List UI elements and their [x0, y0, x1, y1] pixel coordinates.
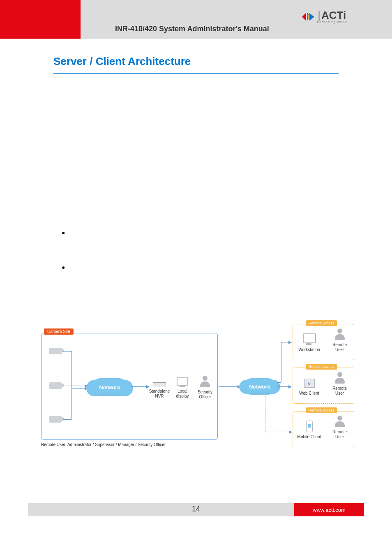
standalone-nvr-icon: Standalone NVR: [149, 382, 170, 399]
mobile-client-icon: Mobile Client: [297, 421, 322, 439]
remote-user-label: Remote User: [330, 430, 350, 439]
bullet-dot-icon: ●: [62, 264, 65, 270]
svg-marker-0: [302, 13, 306, 21]
remote-access-badge: Remote Access: [306, 407, 337, 413]
brand-logo: |ACTi Connecting Vision: [302, 10, 347, 24]
page-content: Server / Client Architecture ● ●: [0, 39, 392, 270]
network-cloud-icon: Network: [91, 378, 128, 396]
camera-site-badge: Camera Site: [44, 328, 74, 335]
remote-access-box: Remote Access Workstation Remote User: [293, 324, 354, 360]
logo-divider: |: [318, 9, 321, 21]
svg-marker-3: [309, 13, 314, 21]
header-red-block: [0, 0, 81, 39]
security-officer-label: Security Officer: [196, 390, 214, 400]
diagram-caption: Remote User: Administrator / Supervisor …: [41, 442, 166, 447]
bullet-item: ●: [62, 264, 339, 270]
remote-access-badge: Remote Access: [306, 320, 337, 326]
logo-mark-icon: [302, 12, 314, 22]
security-officer-icon: Security Officer: [196, 376, 214, 400]
network-cloud-icon: Network: [243, 378, 276, 395]
page-header: INR-410/420 System Administrator's Manua…: [0, 0, 392, 39]
footer-url: www.acti.com: [294, 503, 364, 516]
camera-icon: [49, 416, 62, 423]
manual-title: INR-410/420 System Administrator's Manua…: [115, 25, 269, 33]
local-display-icon: Local display: [171, 377, 194, 399]
remote-access-box: Remote Access e Web Client Remote User: [293, 368, 354, 404]
logo-text: ACTi: [321, 9, 346, 21]
section-heading: Server / Client Architecture: [53, 55, 339, 68]
network-label: Network: [249, 384, 270, 390]
web-client-icon: e Web Client: [297, 379, 322, 396]
remote-user-icon: Remote User: [330, 416, 350, 439]
ie-icon: e: [304, 379, 315, 388]
network-label: Network: [99, 384, 120, 391]
workstation-label: Workstation: [297, 347, 322, 352]
camera-icon: [49, 382, 62, 389]
remote-user-icon: Remote User: [330, 328, 350, 352]
camera-icon: [49, 348, 62, 354]
remote-access-box: Remote Access Mobile Client Remote User: [293, 411, 354, 447]
remote-user-icon: Remote User: [330, 372, 350, 396]
nvr-label: Standalone NVR: [149, 389, 170, 399]
architecture-diagram: Camera Site Network Standalone NVR Local…: [41, 321, 353, 448]
remote-access-badge: Remote Access: [306, 364, 337, 370]
mobile-client-label: Mobile Client: [297, 435, 322, 439]
bullet-item: ●: [62, 230, 339, 236]
section-divider: [53, 73, 339, 74]
workstation-icon: Workstation: [297, 333, 322, 352]
logo-tagline: Connecting Vision: [317, 21, 347, 24]
web-client-label: Web Client: [297, 391, 322, 396]
bullet-dot-icon: ●: [62, 230, 65, 236]
remote-user-label: Remote User: [330, 342, 350, 352]
page-footer: 14 www.acti.com: [28, 503, 364, 516]
local-display-label: Local display: [171, 389, 194, 399]
bullet-list: ● ●: [62, 230, 339, 270]
remote-user-label: Remote User: [330, 386, 350, 396]
